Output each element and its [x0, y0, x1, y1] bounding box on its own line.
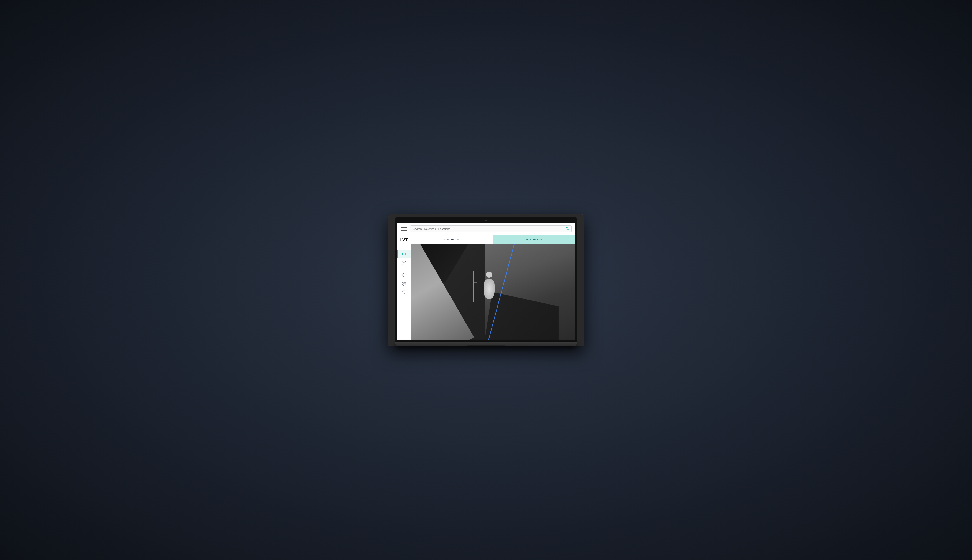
search-container	[410, 225, 572, 232]
sidebar: LVT	[397, 235, 411, 340]
svg-point-4	[403, 275, 404, 275]
scan-icon	[402, 260, 406, 265]
svg-line-1	[568, 229, 569, 230]
move-icon	[402, 273, 406, 277]
sidebar-item-settings[interactable]	[397, 279, 411, 288]
sidebar-item-camera[interactable]	[397, 250, 411, 258]
content-area: Live Stream View History	[411, 235, 575, 340]
video-frame	[411, 244, 575, 340]
laptop-screen: LVT	[397, 223, 575, 340]
laptop-outer: LVT	[388, 213, 584, 347]
h-line-1	[527, 268, 571, 268]
gear-icon	[402, 282, 406, 286]
video-area	[411, 244, 575, 340]
svg-point-0	[566, 227, 568, 229]
tabs-bar: Live Stream View History	[411, 235, 575, 244]
svg-point-3	[403, 262, 405, 263]
tab-view-history[interactable]: View History	[493, 235, 575, 244]
sidebar-item-move[interactable]	[397, 271, 411, 279]
laptop-camera	[485, 220, 487, 221]
h-line-4	[540, 297, 571, 297]
svg-rect-2	[402, 253, 405, 255]
svg-point-6	[402, 291, 404, 292]
menu-button[interactable]	[400, 227, 407, 232]
sidebar-item-user-settings[interactable]	[397, 288, 411, 297]
laptop-wrapper: LVT	[384, 205, 588, 355]
logo: LVT	[400, 237, 407, 242]
tab-live-stream[interactable]: Live Stream	[411, 235, 493, 244]
search-icon	[565, 227, 569, 231]
laptop-base	[395, 342, 577, 347]
laptop-screen-bezel: LVT	[395, 217, 577, 342]
detection-bounding-box	[473, 271, 495, 302]
top-bar	[397, 223, 575, 235]
user-gear-icon	[402, 290, 406, 295]
sidebar-item-scan[interactable]	[397, 258, 411, 267]
app-container: LVT	[397, 223, 575, 340]
video-camera-icon	[402, 252, 407, 256]
search-input[interactable]	[410, 225, 572, 232]
main-layout: LVT	[397, 235, 575, 340]
svg-point-5	[403, 283, 405, 284]
